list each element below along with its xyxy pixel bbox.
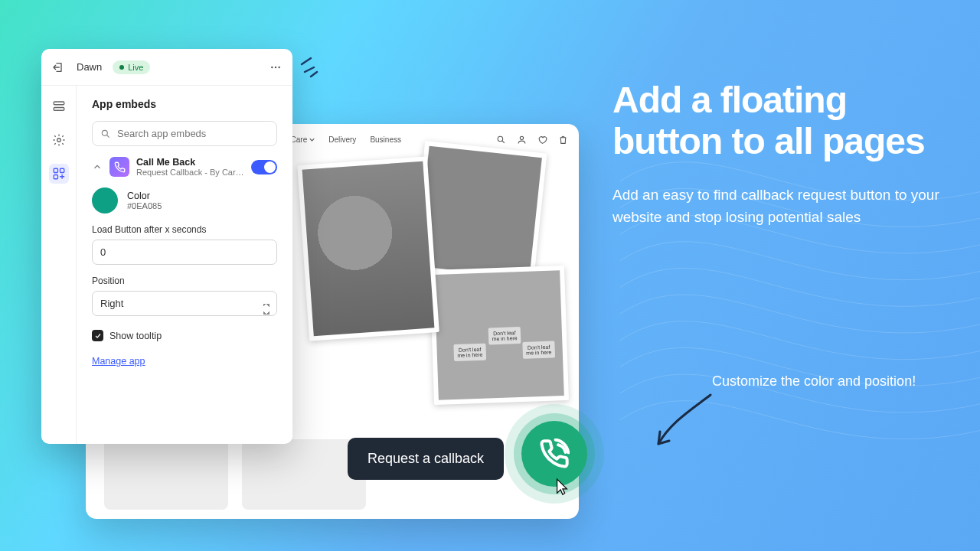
svg-point-15 [102, 130, 107, 135]
live-badge: Live [113, 60, 150, 74]
svg-point-7 [275, 66, 276, 67]
app-title: Call Me Back [136, 157, 244, 168]
chevron-up-icon[interactable] [92, 161, 103, 172]
svg-line-2 [311, 72, 317, 77]
user-icon[interactable] [517, 135, 527, 145]
app-toggle[interactable] [251, 160, 277, 174]
theme-name: Dawn [77, 61, 102, 73]
svg-point-5 [520, 136, 523, 139]
svg-point-8 [278, 66, 279, 67]
svg-point-3 [498, 136, 503, 142]
phone-icon [539, 439, 570, 469]
bag-icon[interactable] [558, 135, 568, 145]
more-icon[interactable] [268, 60, 283, 75]
chevron-down-icon [309, 137, 315, 142]
position-select[interactable] [92, 291, 277, 316]
svg-rect-10 [54, 108, 64, 111]
rail-sections-icon[interactable] [49, 96, 69, 116]
app-icon [109, 157, 129, 177]
show-tooltip-label: Show tooltip [109, 331, 162, 341]
search-icon[interactable] [496, 135, 506, 145]
svg-line-1 [305, 67, 314, 72]
marketing-body: Add an easy to find callback request but… [612, 184, 942, 229]
svg-line-0 [302, 58, 311, 64]
color-swatch[interactable] [92, 187, 118, 214]
theme-editor-panel: Dawn Live App embeds Search app embeds [41, 49, 292, 444]
svg-line-16 [107, 135, 109, 137]
svg-rect-12 [54, 168, 57, 172]
search-input[interactable]: Search app embeds [92, 121, 277, 146]
svg-rect-13 [60, 168, 64, 172]
svg-rect-14 [54, 175, 57, 179]
heart-icon[interactable] [537, 135, 547, 145]
delay-input[interactable] [92, 240, 277, 265]
show-tooltip-checkbox[interactable] [92, 330, 103, 341]
search-icon [100, 129, 111, 139]
rail-settings-icon[interactable] [49, 130, 69, 150]
nav-business[interactable]: Business [370, 135, 401, 144]
position-label: Position [92, 276, 277, 286]
color-hex: #0EA085 [127, 201, 162, 210]
marketing-subtext: Customize the color and position! [712, 372, 942, 391]
marketing-heading: Add a floating button to all pages [612, 80, 942, 162]
svg-line-4 [502, 141, 505, 143]
arrow-annotation [651, 390, 720, 452]
search-placeholder: Search app embeds [117, 128, 206, 139]
placeholder-tile [104, 439, 228, 510]
svg-point-11 [57, 139, 60, 142]
rail-apps-icon[interactable] [49, 164, 69, 184]
color-label: Color [127, 191, 162, 201]
manage-app-link[interactable]: Manage app [92, 356, 145, 367]
svg-point-6 [271, 66, 273, 67]
nav-delivery[interactable]: Delivery [328, 135, 356, 144]
callback-tooltip: Request a callback [348, 438, 504, 480]
section-title: App embeds [92, 98, 277, 110]
exit-icon[interactable] [51, 60, 66, 75]
app-subtitle: Request Callback - By Cart... [136, 168, 244, 177]
spark-decoration [297, 49, 328, 80]
cursor-icon [554, 478, 570, 499]
svg-rect-9 [54, 102, 64, 105]
delay-label: Load Button after x seconds [92, 224, 277, 235]
